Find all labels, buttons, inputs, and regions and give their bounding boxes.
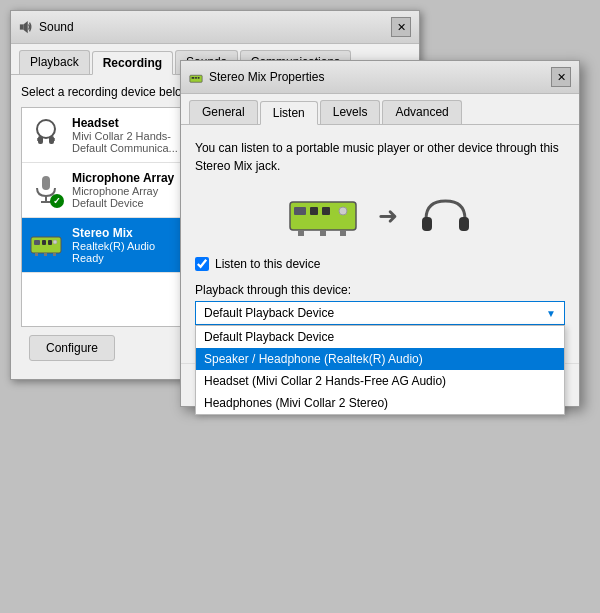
svg-rect-30 — [422, 217, 432, 231]
svg-point-2 — [37, 120, 55, 138]
listen-label: Listen to this device — [215, 257, 320, 271]
speaker-icon — [19, 20, 33, 34]
sound-title-text: Sound — [39, 20, 74, 34]
option-headset-mivi[interactable]: Headset (Mivi Collar 2 Hands-Free AG Aud… — [196, 370, 564, 392]
svg-rect-20 — [195, 77, 197, 79]
svg-rect-25 — [322, 207, 330, 215]
mic-icon: ✓ — [28, 172, 64, 208]
dialog-tabs: General Listen Levels Advanced — [181, 94, 579, 125]
svg-rect-7 — [42, 176, 50, 190]
dialog-tab-levels[interactable]: Levels — [320, 100, 381, 124]
svg-rect-17 — [53, 253, 56, 256]
svg-point-14 — [53, 240, 57, 244]
playback-dropdown-wrapper: Default Playback Device ▼ Default Playba… — [195, 301, 565, 325]
dialog-tab-listen[interactable]: Listen — [260, 101, 318, 125]
svg-rect-22 — [290, 202, 356, 230]
svg-rect-31 — [459, 217, 469, 231]
option-default-playback[interactable]: Default Playback Device — [196, 326, 564, 348]
headset-icon — [28, 117, 64, 153]
dialog-title-left: Stereo Mix Properties — [189, 70, 324, 84]
svg-rect-23 — [294, 207, 306, 215]
playback-dropdown[interactable]: Default Playback Device ▼ — [195, 301, 565, 325]
dropdown-selected-value: Default Playback Device — [204, 306, 334, 320]
dialog-title-text: Stereo Mix Properties — [209, 70, 324, 84]
dialog-tab-advanced[interactable]: Advanced — [382, 100, 461, 124]
tab-playback[interactable]: Playback — [19, 50, 90, 74]
option-headphones-mivi[interactable]: Headphones (Mivi Collar 2 Stereo) — [196, 392, 564, 414]
svg-rect-21 — [198, 77, 200, 79]
pcb-icon — [28, 227, 64, 263]
info-text: You can listen to a portable music playe… — [195, 139, 565, 175]
svg-marker-1 — [23, 21, 27, 33]
chevron-down-icon: ▼ — [546, 308, 556, 319]
svg-rect-0 — [20, 24, 24, 29]
svg-rect-27 — [298, 230, 304, 236]
svg-rect-29 — [340, 230, 346, 236]
listen-checkbox-row: Listen to this device — [195, 257, 565, 271]
mic-default-badge: ✓ — [50, 194, 64, 208]
properties-icon — [189, 70, 203, 84]
dialog-close-button[interactable]: ✕ — [551, 67, 571, 87]
svg-rect-19 — [192, 77, 195, 79]
sound-title-left: Sound — [19, 20, 74, 34]
device-visual: ➜ — [195, 191, 565, 241]
configure-button[interactable]: Configure — [29, 335, 115, 361]
svg-rect-15 — [35, 253, 38, 256]
listen-checkbox[interactable] — [195, 257, 209, 271]
dialog-content: You can listen to a portable music playe… — [181, 125, 579, 363]
dialog-tab-general[interactable]: General — [189, 100, 258, 124]
svg-rect-16 — [44, 253, 47, 256]
svg-rect-13 — [48, 240, 52, 245]
dropdown-menu: Default Playback Device Speaker / Headph… — [195, 325, 565, 415]
headphones-visual-icon — [418, 191, 473, 241]
pcb-visual-icon — [288, 194, 358, 239]
svg-rect-12 — [42, 240, 46, 245]
sound-title-bar: Sound ✕ — [11, 11, 419, 44]
arrow-icon: ➜ — [378, 202, 398, 230]
playback-label: Playback through this device: — [195, 283, 565, 297]
svg-rect-24 — [310, 207, 318, 215]
svg-rect-28 — [320, 230, 326, 236]
option-speaker-headphone[interactable]: Speaker / Headphone (Realtek(R) Audio) — [196, 348, 564, 370]
tab-recording[interactable]: Recording — [92, 51, 173, 75]
svg-point-26 — [339, 207, 347, 215]
dialog-title-bar: Stereo Mix Properties ✕ — [181, 61, 579, 94]
stereo-mix-dialog: Stereo Mix Properties ✕ General Listen L… — [180, 60, 580, 407]
svg-rect-11 — [34, 240, 40, 245]
sound-close-button[interactable]: ✕ — [391, 17, 411, 37]
